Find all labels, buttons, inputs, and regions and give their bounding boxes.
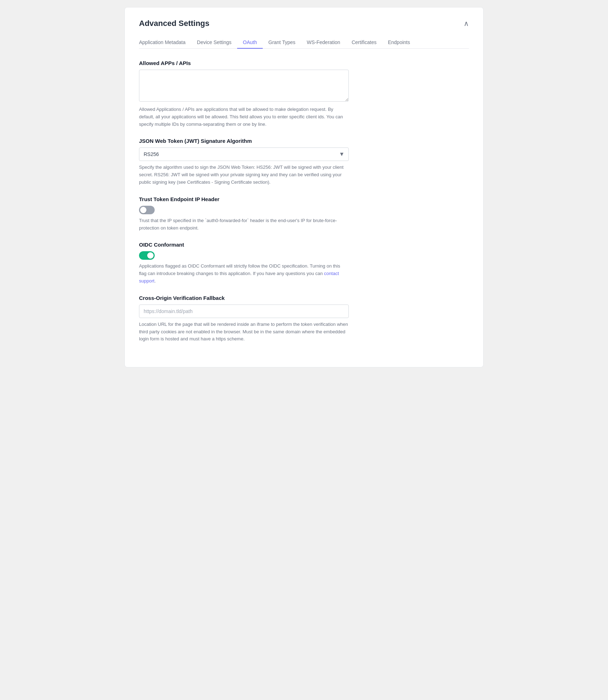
trust-token-label: Trust Token Endpoint IP Header [139, 196, 469, 202]
trust-token-section: Trust Token Endpoint IP Header Trust tha… [139, 196, 469, 232]
oidc-section: OIDC Conformant Applications flagged as … [139, 242, 469, 285]
oidc-toggle-container [139, 251, 469, 260]
tabs-nav: Application Metadata Device Settings OAu… [139, 37, 469, 49]
cross-origin-help: Location URL for the page that will be r… [139, 321, 349, 343]
allowed-apps-label: Allowed APPs / APIs [139, 60, 469, 66]
oidc-toggle[interactable] [139, 251, 155, 260]
tab-ws-federation[interactable]: WS-Federation [301, 37, 346, 49]
tab-grant-types[interactable]: Grant Types [263, 37, 301, 49]
tab-certificates[interactable]: Certificates [346, 37, 382, 49]
oidc-slider [139, 251, 155, 260]
jwt-select-wrapper: HS256 RS256 ▼ [139, 147, 349, 161]
collapse-icon[interactable]: ∧ [464, 19, 469, 28]
allowed-apps-textarea[interactable] [139, 70, 349, 102]
trust-token-toggle[interactable] [139, 206, 155, 214]
card-header: Advanced Settings ∧ [139, 19, 469, 28]
oidc-help-before: Applications flagged as OIDC Conformant … [139, 263, 340, 276]
allowed-apps-help: Allowed Applications / APIs are applicat… [139, 106, 349, 128]
cross-origin-input[interactable] [139, 305, 349, 318]
trust-token-slider [139, 206, 155, 214]
trust-token-toggle-container [139, 206, 469, 214]
oidc-label: OIDC Conformant [139, 242, 469, 248]
jwt-help: Specify the algorithm used to sign the J… [139, 164, 349, 186]
trust-token-help: Trust that the IP specified in the `auth… [139, 217, 349, 232]
tab-device-settings[interactable]: Device Settings [191, 37, 237, 49]
jwt-section: JSON Web Token (JWT) Signature Algorithm… [139, 138, 469, 186]
jwt-select[interactable]: HS256 RS256 [139, 147, 349, 161]
oidc-help: Applications flagged as OIDC Conformant … [139, 263, 349, 285]
advanced-settings-card: Advanced Settings ∧ Application Metadata… [124, 7, 484, 367]
card-title: Advanced Settings [139, 19, 209, 28]
jwt-label: JSON Web Token (JWT) Signature Algorithm [139, 138, 469, 144]
cross-origin-section: Cross-Origin Verification Fallback Locat… [139, 295, 469, 343]
oidc-help-after: . [154, 278, 156, 284]
tab-endpoints[interactable]: Endpoints [382, 37, 416, 49]
allowed-apps-section: Allowed APPs / APIs Allowed Applications… [139, 60, 469, 128]
cross-origin-label: Cross-Origin Verification Fallback [139, 295, 469, 301]
tab-application-metadata[interactable]: Application Metadata [139, 37, 191, 49]
tab-oauth[interactable]: OAuth [237, 37, 263, 49]
